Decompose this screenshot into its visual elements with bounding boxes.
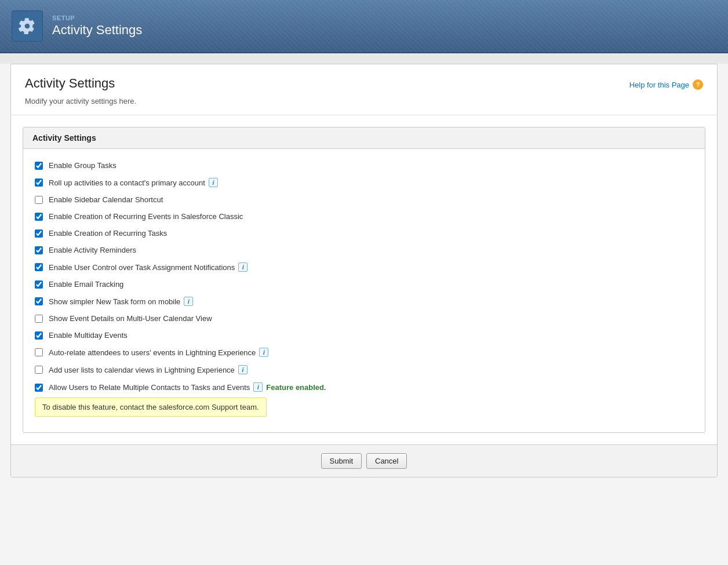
feature-enabled-badge: Feature enabled. [266, 383, 326, 392]
checkbox-simpler-task-form[interactable] [35, 297, 43, 305]
checkbox-recurring-tasks[interactable] [35, 229, 43, 238]
checkbox-sidebar-calendar[interactable] [35, 196, 43, 204]
label-sidebar-calendar[interactable]: Enable Sidebar Calendar Shortcut [49, 195, 163, 204]
checkbox-multiday-events[interactable] [35, 331, 43, 340]
checkbox-enable-group-tasks[interactable] [35, 162, 43, 170]
page-container: Activity Settings Modify your activity s… [10, 64, 718, 477]
checkbox-activity-reminders[interactable] [35, 246, 43, 254]
checkbox-auto-relate-attendees[interactable] [35, 348, 43, 356]
checkbox-rollup-activities[interactable] [35, 178, 43, 187]
label-enable-group-tasks[interactable]: Enable Group Tasks [49, 161, 117, 170]
checkbox-allow-multi-contacts[interactable] [35, 384, 43, 392]
header-icon-box [12, 10, 43, 42]
checkbox-email-tracking[interactable] [35, 280, 43, 289]
cancel-button[interactable]: Cancel [366, 453, 407, 469]
setting-row-rollup-activities: Roll up activities to a contact's primar… [35, 174, 693, 191]
page-title-section: Activity Settings Modify your activity s… [11, 64, 717, 115]
footer-buttons: Submit Cancel [11, 444, 717, 477]
setting-row-add-user-lists: Add user lists to calendar views in Ligh… [35, 361, 693, 378]
label-event-details-multiuser[interactable]: Show Event Details on Multi-User Calenda… [49, 314, 212, 323]
label-multiday-events[interactable]: Enable Multiday Events [49, 331, 128, 340]
info-icon-multi-contacts[interactable]: i [253, 382, 263, 392]
page-title-left: Activity Settings Modify your activity s… [25, 76, 136, 105]
header-text-group: SETUP Activity Settings [52, 14, 142, 38]
label-activity-reminders[interactable]: Enable Activity Reminders [49, 246, 136, 254]
page-title: Activity Settings [25, 76, 136, 91]
gear-icon [19, 17, 36, 35]
label-user-control-task[interactable]: Enable User Control over Task Assignment… [49, 263, 247, 272]
info-icon-user-control[interactable]: i [238, 263, 247, 272]
main-content: Activity Settings Modify your activity s… [0, 64, 728, 565]
label-recurring-events[interactable]: Enable Creation of Recurring Events in S… [49, 212, 243, 221]
info-icon-simpler-task[interactable]: i [184, 297, 193, 306]
submit-button[interactable]: Submit [321, 453, 362, 469]
label-rollup-activities[interactable]: Roll up activities to a contact's primar… [49, 178, 218, 187]
setting-row-enable-group-tasks: Enable Group Tasks [35, 157, 693, 174]
header-page-title: Activity Settings [52, 23, 142, 38]
help-icon: ? [693, 79, 703, 90]
label-simpler-task-form[interactable]: Show simpler New Task form on mobile i [49, 297, 193, 306]
checkbox-user-control-task[interactable] [35, 263, 43, 271]
setting-row-auto-relate: Auto-relate attendees to users' events i… [35, 344, 693, 361]
label-auto-relate-attendees[interactable]: Auto-relate attendees to users' events i… [49, 348, 268, 357]
settings-section: Activity Settings Enable Group Tasks Rol… [23, 127, 705, 433]
info-icon-auto-relate[interactable]: i [259, 348, 268, 357]
help-link-label: Help for this Page [629, 81, 689, 89]
label-email-tracking[interactable]: Enable Email Tracking [49, 280, 123, 289]
top-header: SETUP Activity Settings [0, 0, 728, 53]
label-allow-multi-contacts[interactable]: Allow Users to Relate Multiple Contacts … [49, 382, 326, 392]
setting-row-simpler-task-form: Show simpler New Task form on mobile i [35, 293, 693, 310]
checkbox-add-user-lists[interactable] [35, 366, 43, 374]
info-icon-add-user-lists[interactable]: i [238, 365, 247, 374]
setting-row-email-tracking: Enable Email Tracking [35, 276, 693, 293]
checkbox-event-details-multiuser[interactable] [35, 315, 43, 323]
label-add-user-lists[interactable]: Add user lists to calendar views in Ligh… [49, 365, 247, 374]
info-icon-rollup[interactable]: i [209, 178, 218, 187]
settings-list: Enable Group Tasks Roll up activities to… [23, 149, 705, 432]
setup-label: SETUP [52, 14, 142, 21]
setting-row-multi-contacts: Allow Users to Relate Multiple Contacts … [35, 378, 693, 421]
setting-row-recurring-events: Enable Creation of Recurring Events in S… [35, 208, 693, 225]
setting-row-event-details: Show Event Details on Multi-User Calenda… [35, 310, 693, 327]
help-link[interactable]: Help for this Page ? [629, 79, 703, 90]
disable-notice: To disable this feature, contact the sal… [35, 398, 267, 417]
setting-row-multiday-events: Enable Multiday Events [35, 327, 693, 344]
setting-row-sidebar-calendar: Enable Sidebar Calendar Shortcut [35, 191, 693, 208]
setting-row-recurring-tasks: Enable Creation of Recurring Tasks [35, 225, 693, 242]
multi-contact-top: Allow Users to Relate Multiple Contacts … [35, 382, 326, 392]
label-recurring-tasks[interactable]: Enable Creation of Recurring Tasks [49, 229, 167, 238]
setting-row-user-control-task: Enable User Control over Task Assignment… [35, 258, 693, 276]
checkbox-recurring-events[interactable] [35, 213, 43, 221]
settings-section-title: Activity Settings [32, 133, 696, 143]
setting-row-activity-reminders: Enable Activity Reminders [35, 242, 693, 258]
settings-section-header: Activity Settings [23, 127, 705, 149]
page-subtitle: Modify your activity settings here. [25, 97, 136, 105]
